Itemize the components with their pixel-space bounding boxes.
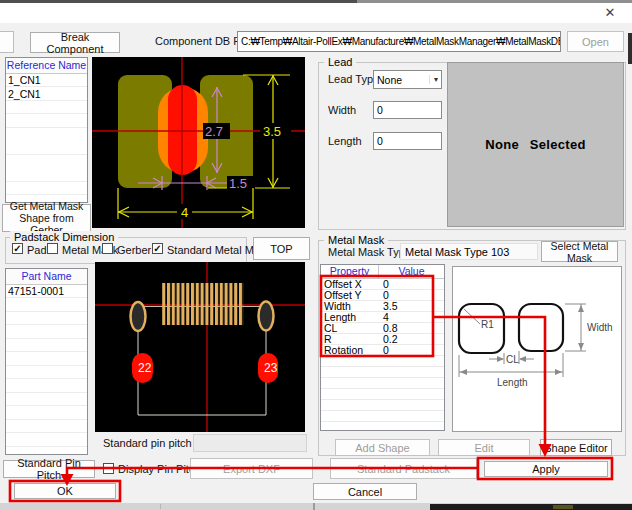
length-label: Length [497,377,528,388]
gerber-checkbox[interactable] [102,243,113,254]
chevron-down-icon[interactable]: ▾ [429,75,438,84]
shape-editor-button[interactable]: Shape Editor [540,439,612,456]
reference-list-header[interactable]: Reference Name [6,58,87,74]
select-metal-mask-button[interactable]: Select Metal Mask [541,241,618,262]
lead-preview-panel: None Selected [447,62,624,227]
metal-mask-group-title: Metal Mask [324,234,388,246]
length-arrow-left [460,369,467,375]
lead-length-input[interactable]: 0 [373,132,442,150]
property-table-body: Offset X 0 Offset Y 0 Width 3.5 Length 4… [321,279,444,430]
list-item[interactable]: 47151-0001 [6,285,87,299]
dim-4-label: 4 [181,205,188,220]
cl-arrow-left [519,356,526,362]
lead-length-label: Length [328,135,362,147]
list-item[interactable]: 1_CN1 [6,74,87,88]
cancel-button[interactable]: Cancel [313,483,417,500]
mask-shape-drawing: R1 Width CL [453,267,621,431]
standard-metal-mask-checkbox[interactable]: ✓ [152,243,163,254]
edit-button[interactable]: Edit [438,439,530,456]
property-column-header[interactable]: Property [321,265,379,278]
pin-22-label: 22 [138,361,152,375]
lead-type-value: None [377,74,402,86]
table-row[interactable]: Rotation 0 [321,345,444,356]
metal-mask-manager-dialog: ✕ Break Component Component DB File C:₩T… [0,0,632,510]
background-window-divider [313,503,315,510]
property-name: Rotation [321,345,378,356]
lead-type-select[interactable]: None ▾ [373,70,442,89]
lead-width-label: Width [328,104,356,116]
top-view-button[interactable]: TOP [253,237,310,260]
lead-width-value: 0 [377,104,383,116]
background-window-olive [553,505,573,509]
db-file-path-input[interactable]: C:₩Temp₩Altair-PollEx₩Manufacture₩MetalM… [237,31,561,52]
lead-length-value: 0 [377,135,383,147]
add-shape-button[interactable]: Add Shape [335,439,430,456]
open-button[interactable]: Open [567,31,624,52]
lead-type-label: Lead Type [328,73,379,85]
standard-padstack-button[interactable]: Standard Padstack [330,458,477,479]
left-oval-pad [131,302,146,331]
cl-label: CL [506,354,519,365]
width-arrow-down [578,343,584,350]
cl-arrow-right [497,356,504,362]
mask-shape-preview: R1 Width CL [452,266,622,432]
list-item[interactable]: 2_CN1 [6,88,87,102]
get-metal-mask-shape-button[interactable]: Get Metal Mask Shape from Gerber [2,204,91,232]
property-value: 0 [378,345,389,356]
dim-1-5-label: 1.5 [229,176,247,191]
property-table: Property Value Offset X 0 Offset Y 0 Wid… [320,264,445,431]
part-name-list: Part Name 47151-0001 [5,268,88,455]
display-pin-pitch-checkbox[interactable] [103,463,114,474]
pad-checkbox-label: Pad [27,244,47,256]
standard-pin-pitch-button[interactable]: Standard Pin Pitch [3,460,95,478]
background-window-divider [160,504,161,509]
close-icon[interactable]: ✕ [598,4,622,21]
export-dxf-button[interactable]: Export DXF [190,458,313,479]
background-window-artifact [628,33,632,64]
background-window-dark [430,504,632,510]
gerber-checkbox-label: Gerber [117,244,151,256]
part-list-header[interactable]: Part Name [6,269,87,285]
value-column-header[interactable]: Value [379,265,444,278]
pin-23-label: 23 [264,361,278,375]
width-arrow-up [578,305,584,312]
metal-mask-checkbox[interactable] [47,243,58,254]
padstack-group-title: Padstack Dimension [10,231,118,243]
mask-right-square [519,304,563,351]
dim-2-7-label: 2.7 [205,124,223,139]
right-oval-pad [259,302,274,331]
length-arrow-right [555,369,562,375]
metal-mask-type-value: Metal Mask Type 103 [405,246,509,258]
display-pin-pitch-label: Display Pin Pitch [118,463,201,475]
apply-button[interactable]: Apply [484,461,608,477]
part-list-body: 47151-0001 [6,285,87,454]
reference-list-body: 1_CN1 2_CN1 [6,74,87,202]
lead-width-input[interactable]: 0 [373,101,442,119]
pin-pitch-info-field[interactable] [193,434,307,452]
ok-button[interactable]: OK [14,483,116,499]
connector-pins [162,283,244,325]
titlebar [0,3,632,23]
lead-preview-text: None Selected [485,137,585,152]
break-component-button[interactable]: Break Component [30,32,120,53]
metal-mask-type-value-field: Metal Mask Type 103 [400,243,538,260]
component-pin-canvas[interactable]: 22 23 [95,262,305,432]
pad-shape-canvas[interactable]: 3.5 2.7 1.5 4 [92,57,305,228]
pad-checkbox[interactable]: ✓ [12,243,23,254]
db-file-path-text: C:₩Temp₩Altair-PollEx₩Manufacture₩MetalM… [241,36,561,47]
reference-name-list: Reference Name 1_CN1 2_CN1 [5,57,88,203]
left-edge-button-fragment [0,31,14,53]
metal-mask-type-label: Metal Mask Type [328,246,411,258]
lead-group-title: Lead [324,56,356,68]
width-label: Width [587,322,613,333]
r1-label: R1 [481,319,494,330]
dim-3-5-label: 3.5 [263,124,281,139]
